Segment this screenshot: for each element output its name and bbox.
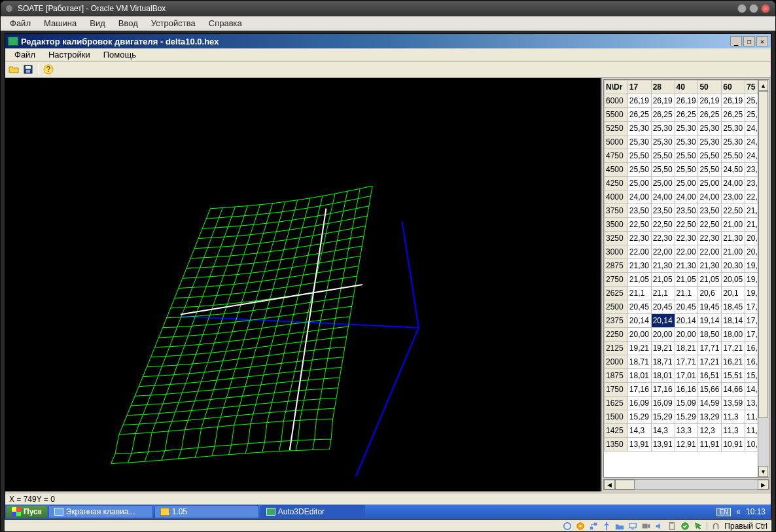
data-cell[interactable]: 20,1: [722, 287, 745, 300]
row-header[interactable]: 3250: [605, 232, 628, 245]
data-cell[interactable]: 21,30: [722, 232, 745, 245]
data-cell[interactable]: 26,19: [627, 94, 651, 108]
data-cell[interactable]: 22,50: [675, 218, 698, 232]
data-cell[interactable]: 12,91: [675, 438, 698, 452]
row-header[interactable]: 2375: [605, 314, 628, 328]
data-cell[interactable]: 20,00: [627, 328, 651, 342]
data-cell[interactable]: 25,50: [698, 149, 722, 163]
taskbar-item-auto3d[interactable]: Auto3DEditor: [260, 505, 365, 518]
row-header[interactable]: 2875: [605, 259, 628, 273]
vm-menu-Справка[interactable]: Справка: [203, 17, 247, 29]
row-header[interactable]: 3500: [605, 218, 628, 232]
data-cell[interactable]: 25,30: [651, 122, 675, 135]
data-cell[interactable]: 18,00: [722, 328, 745, 342]
data-cell[interactable]: 21,1: [651, 287, 675, 300]
data-cell[interactable]: 10,91: [722, 438, 745, 452]
data-cell[interactable]: 14,66: [722, 383, 745, 397]
app-close-button[interactable]: ✕: [756, 36, 768, 46]
data-cell[interactable]: 16,09: [627, 397, 651, 410]
clipboard-icon[interactable]: [667, 522, 677, 531]
row-header[interactable]: 1500: [605, 410, 628, 424]
taskbar-item-keyboard[interactable]: Экранная клавиа...: [48, 505, 153, 518]
data-table[interactable]: N\Dr172840506075 600026,1926,1926,1926,1…: [604, 80, 769, 452]
data-cell[interactable]: 25,50: [627, 163, 651, 177]
data-cell[interactable]: 22,00: [698, 245, 722, 259]
row-header[interactable]: 1750: [605, 383, 628, 397]
start-button[interactable]: Пуск: [7, 506, 47, 518]
mouse-integration-icon[interactable]: [694, 522, 703, 531]
data-cell[interactable]: 20,30: [722, 259, 745, 273]
data-cell[interactable]: 24,00: [651, 190, 675, 204]
row-header[interactable]: 4000: [605, 190, 628, 204]
audio-icon[interactable]: [654, 522, 663, 531]
data-cell[interactable]: 11,91: [698, 438, 722, 452]
data-cell[interactable]: 21,30: [651, 259, 675, 273]
horizontal-scrollbar[interactable]: ◀ ▶: [603, 479, 769, 490]
data-cell[interactable]: 23,50: [698, 204, 722, 218]
data-cell[interactable]: 22,30: [698, 232, 722, 245]
shared-folder-icon[interactable]: [615, 522, 624, 531]
data-cell[interactable]: 24,00: [698, 190, 722, 204]
data-cell[interactable]: 25,30: [675, 135, 698, 149]
row-header[interactable]: 2000: [605, 355, 628, 369]
data-cell[interactable]: 25,30: [627, 135, 651, 149]
vm-menu-Машина[interactable]: Машина: [39, 17, 82, 29]
data-cell[interactable]: 20,00: [675, 328, 698, 342]
data-cell[interactable]: 16,09: [651, 397, 675, 410]
data-cell[interactable]: 19,45: [698, 300, 722, 314]
vm-titlebar[interactable]: SOATE [Работает] - Oracle VM VirtualBox: [1, 1, 775, 16]
help-button[interactable]: ?: [43, 63, 54, 75]
data-cell[interactable]: 25,50: [675, 149, 698, 163]
tray-expand-icon[interactable]: «: [736, 507, 741, 516]
data-cell[interactable]: 21,05: [675, 273, 698, 287]
close-button[interactable]: [761, 4, 770, 13]
hdd-icon[interactable]: [563, 522, 572, 531]
data-cell[interactable]: 25,30: [698, 122, 722, 135]
data-cell[interactable]: 21,05: [651, 273, 675, 287]
column-header[interactable]: 50: [698, 80, 722, 94]
data-cell[interactable]: 15,29: [675, 410, 698, 424]
row-header[interactable]: 1625: [605, 397, 628, 410]
data-cell[interactable]: 11,3: [722, 410, 745, 424]
data-cell[interactable]: 20,14: [627, 314, 651, 328]
data-cell[interactable]: 18,01: [627, 369, 651, 383]
data-cell[interactable]: 16,21: [722, 355, 745, 369]
data-cell[interactable]: 25,30: [722, 135, 745, 149]
data-cell[interactable]: 18,45: [722, 300, 745, 314]
data-cell[interactable]: 11,3: [722, 424, 745, 438]
usb-icon[interactable]: [602, 522, 611, 531]
data-cell[interactable]: 23,50: [627, 204, 651, 218]
data-cell[interactable]: 16,51: [698, 369, 722, 383]
data-cell[interactable]: 22,50: [722, 204, 745, 218]
data-cell[interactable]: 25,30: [675, 122, 698, 135]
data-cell[interactable]: 25,30: [698, 135, 722, 149]
minimize-button[interactable]: [737, 4, 747, 13]
data-cell[interactable]: 25,50: [698, 163, 722, 177]
data-cell[interactable]: 20,00: [651, 328, 675, 342]
data-cell[interactable]: 18,71: [651, 355, 675, 369]
data-cell[interactable]: 26,25: [698, 108, 722, 122]
app-menu-Помощь[interactable]: Помощь: [97, 48, 143, 61]
data-cell[interactable]: 16,16: [675, 383, 698, 397]
data-cell[interactable]: 13,91: [627, 438, 651, 452]
vertical-scrollbar[interactable]: ▲ ▼: [758, 80, 769, 477]
data-cell[interactable]: 17,01: [675, 369, 698, 383]
data-cell[interactable]: 18,50: [698, 328, 722, 342]
data-cell[interactable]: 21,05: [627, 273, 651, 287]
data-cell[interactable]: 25,50: [627, 149, 651, 163]
data-cell[interactable]: 24,00: [675, 190, 698, 204]
open-button[interactable]: [8, 63, 20, 75]
row-header[interactable]: 4500: [605, 163, 628, 177]
save-button[interactable]: [22, 63, 34, 75]
clock[interactable]: 10:13: [746, 507, 766, 516]
row-header[interactable]: 4250: [605, 177, 628, 190]
scroll-up-icon[interactable]: ▲: [758, 80, 768, 91]
data-cell[interactable]: 22,00: [651, 245, 675, 259]
data-cell[interactable]: 15,29: [627, 410, 651, 424]
data-cell[interactable]: 20,45: [675, 300, 698, 314]
app-titlebar[interactable]: Редактор калибровок двигателя - delta10.…: [5, 34, 771, 48]
data-cell[interactable]: 25,00: [675, 177, 698, 190]
data-cell[interactable]: 17,21: [698, 355, 722, 369]
data-cell[interactable]: 20,45: [651, 300, 675, 314]
data-cell[interactable]: 26,19: [722, 94, 745, 108]
